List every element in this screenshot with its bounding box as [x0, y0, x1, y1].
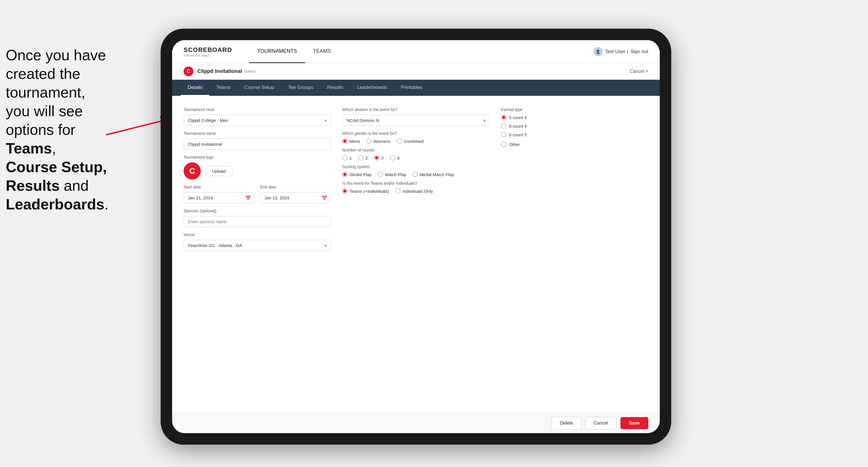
- tournament-name-input[interactable]: [184, 138, 331, 150]
- format-6count5-radio[interactable]: [501, 132, 506, 137]
- division-select[interactable]: NCAA Division III: [342, 115, 489, 126]
- cancel-button-footer[interactable]: Cancel: [585, 417, 616, 429]
- tournament-title: Clippd Invitational: [197, 68, 242, 74]
- tab-details[interactable]: Details: [181, 80, 209, 96]
- format-5count4-radio[interactable]: [501, 115, 506, 120]
- scoring-medal-radio[interactable]: [412, 172, 417, 177]
- rounds-4-radio[interactable]: [390, 155, 395, 160]
- app-header: SCOREBOARD Powered by clippd TOURNAMENTS…: [172, 40, 660, 63]
- scoring-label: Scoring system: [342, 164, 489, 169]
- tournament-icon: C: [184, 67, 193, 76]
- team-teams[interactable]: Teams (+Individuals): [342, 188, 389, 194]
- venue-select[interactable]: Peachtree GC - Atlanta - GA: [184, 240, 331, 251]
- tablet-screen: SCOREBOARD Powered by clippd TOURNAMENTS…: [172, 40, 660, 433]
- rounds-1-radio[interactable]: [342, 155, 347, 160]
- left-column: Tournament Host Clippd College - Men Tou…: [184, 104, 331, 259]
- rounds-3-radio[interactable]: [374, 155, 379, 160]
- sponsor-label: Sponsor (optional): [184, 209, 331, 213]
- format-6count5[interactable]: 6 count 5: [501, 132, 648, 137]
- venue-select-wrapper[interactable]: Peachtree GC - Atlanta - GA: [184, 240, 331, 251]
- tournament-sub: (Men): [244, 69, 255, 74]
- logo-text: SCOREBOARD: [184, 46, 232, 54]
- gender-mens[interactable]: Mens: [342, 138, 360, 144]
- instruction-text: Once you have created the tournament, yo…: [0, 46, 132, 214]
- footer-bar: Delete Cancel Save: [172, 412, 660, 433]
- tab-results[interactable]: Results: [320, 80, 350, 96]
- main-nav: TOURNAMENTS TEAMS: [249, 40, 593, 63]
- gender-combined[interactable]: Combined: [397, 138, 424, 144]
- delete-button[interactable]: Delete: [552, 417, 582, 429]
- form-grid: Tournament Host Clippd College - Men Tou…: [184, 104, 648, 259]
- sponsor-input[interactable]: [184, 216, 331, 227]
- user-label: Test User |: [605, 49, 628, 55]
- tab-teams[interactable]: Teams: [209, 80, 238, 96]
- division-label: Which division is the event for?: [342, 107, 489, 112]
- scoring-match-radio[interactable]: [378, 172, 383, 177]
- scoring-match[interactable]: Match Play: [378, 172, 406, 177]
- upload-button[interactable]: Upload: [206, 166, 232, 176]
- tournament-host-select-wrapper[interactable]: Clippd College - Men: [184, 115, 331, 126]
- start-date-label: Start date: [184, 185, 254, 189]
- save-button[interactable]: Save: [620, 417, 648, 429]
- rounds-2-radio[interactable]: [358, 155, 364, 160]
- team-individuals[interactable]: Individuals Only: [395, 188, 433, 194]
- sign-out-link[interactable]: Sign out: [630, 49, 648, 55]
- tournament-name-label: Tournament name: [184, 131, 331, 136]
- tab-tee-groups[interactable]: Tee Groups: [281, 80, 320, 96]
- end-date-input[interactable]: [260, 192, 331, 204]
- gender-label: Which gender is the event for?: [342, 131, 489, 136]
- format-5count4[interactable]: 5 count 4: [501, 115, 648, 120]
- team-label: Is this event for Teams and/or Individua…: [342, 181, 489, 186]
- team-radio-group: Teams (+Individuals) Individuals Only: [342, 188, 489, 194]
- gender-mens-radio[interactable]: [342, 138, 347, 144]
- user-avatar: 👤: [593, 47, 603, 56]
- end-date-label: End date: [260, 185, 331, 189]
- tournament-bar: C Clippd Invitational (Men) Cancel ×: [172, 63, 660, 80]
- gender-combined-radio[interactable]: [397, 138, 402, 144]
- format-6count4[interactable]: 6 count 4: [501, 123, 648, 128]
- gender-womens[interactable]: Womens: [366, 138, 391, 144]
- venue-label: Venue: [184, 232, 331, 237]
- middle-column: Which division is the event for? NCAA Di…: [342, 104, 489, 259]
- tab-bar: Details Teams Course Setup Tee Groups Re…: [172, 80, 660, 96]
- end-date-wrapper[interactable]: [260, 192, 331, 204]
- logo-sub: Powered by clippd: [184, 54, 209, 57]
- logo-section: C Upload: [184, 162, 331, 180]
- rounds-3[interactable]: 3: [374, 155, 383, 160]
- tournament-host-select[interactable]: Clippd College - Men: [184, 115, 331, 126]
- scoring-stroke[interactable]: Stroke Play: [342, 172, 371, 177]
- tab-printables[interactable]: Printables: [394, 80, 430, 96]
- scoring-radio-group: Stroke Play Match Play Medal Match Play: [342, 172, 489, 177]
- scoring-medal[interactable]: Medal Match Play: [412, 172, 454, 177]
- division-select-wrapper[interactable]: NCAA Division III: [342, 115, 489, 126]
- tablet-device: SCOREBOARD Powered by clippd TOURNAMENTS…: [161, 29, 671, 445]
- rounds-1[interactable]: 1: [342, 155, 352, 160]
- rounds-4[interactable]: 4: [390, 155, 399, 160]
- logo-preview: C: [184, 162, 201, 180]
- format-other-row: Other: [501, 142, 648, 147]
- format-6count4-radio[interactable]: [501, 123, 506, 128]
- end-date-section: End date: [260, 185, 331, 204]
- format-type-list: 5 count 4 6 count 4 6 count 5: [501, 115, 648, 147]
- main-content: Tournament Host Clippd College - Men Tou…: [172, 96, 660, 412]
- start-date-wrapper[interactable]: [184, 192, 254, 204]
- format-label: Format type: [501, 107, 648, 112]
- nav-tournaments[interactable]: TOURNAMENTS: [249, 40, 305, 63]
- nav-teams[interactable]: TEAMS: [305, 40, 339, 63]
- user-area: 👤 Test User | Sign out: [593, 47, 648, 56]
- rounds-2[interactable]: 2: [358, 155, 368, 160]
- tab-course-setup[interactable]: Course Setup: [238, 80, 281, 96]
- gender-womens-radio[interactable]: [366, 138, 371, 144]
- tournament-host-label: Tournament Host: [184, 107, 331, 112]
- team-individuals-radio[interactable]: [395, 188, 400, 194]
- start-date-input[interactable]: [184, 192, 254, 204]
- cancel-button-top[interactable]: Cancel ×: [630, 68, 648, 74]
- format-other[interactable]: Other: [501, 142, 520, 147]
- team-teams-radio[interactable]: [342, 188, 347, 194]
- tab-leaderboards[interactable]: Leaderboards: [350, 80, 394, 96]
- rounds-label: Number of rounds: [342, 148, 489, 152]
- right-column: Format type 5 count 4 6 count 4 6 cou: [501, 104, 648, 259]
- format-other-radio[interactable]: [501, 142, 506, 147]
- scoring-stroke-radio[interactable]: [342, 172, 347, 177]
- tournament-logo-label: Tournament logo: [184, 155, 331, 159]
